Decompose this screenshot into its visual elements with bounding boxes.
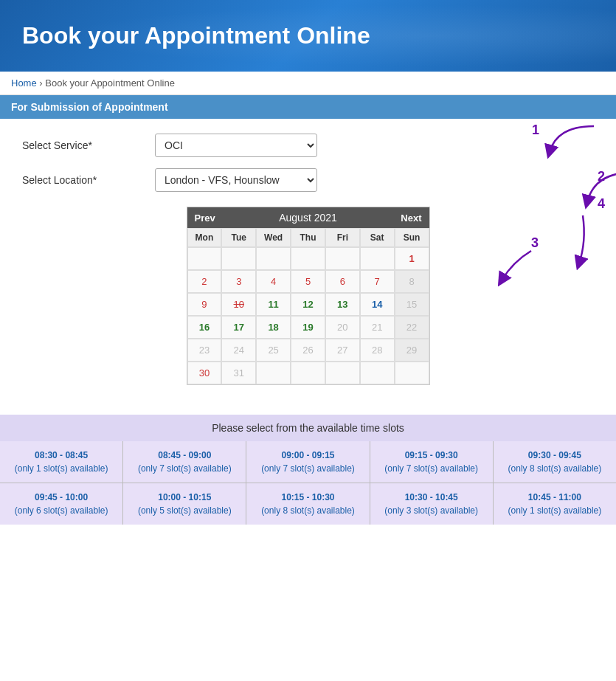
cal-day-31: 31 (221, 362, 256, 384)
breadcrumb-current: Book your Appointment Online (45, 77, 175, 89)
cal-day-20: 20 (325, 316, 360, 339)
cal-cell-empty (395, 362, 429, 384)
timeslot-cell-8[interactable]: 10:30 - 10:45(only 3 slot(s) available) (370, 483, 493, 525)
timeslot-grid: 08:30 - 08:45(only 1 slot(s) available)0… (0, 441, 616, 525)
service-row: Select Service* OCI Passport Visa (22, 134, 594, 157)
page-header: Book your Appointment Online (0, 0, 616, 72)
svg-text:3: 3 (531, 236, 539, 250)
section-header: For Submission of Appointment (0, 95, 616, 119)
timeslot-cell-4[interactable]: 09:30 - 09:45(only 8 slot(s) available) (494, 441, 616, 483)
calendar-week-4: 16 17 18 19 20 21 22 (187, 316, 429, 339)
calendar-week-2: 2 3 4 5 6 7 8 (187, 270, 429, 293)
timeslot-cell-6[interactable]: 10:00 - 10:15(only 5 slot(s) available) (123, 483, 246, 525)
location-row: Select Location* London - VFS, Hounslow … (22, 168, 594, 192)
arrow-1-icon (542, 122, 601, 159)
cal-day-15: 15 (395, 293, 429, 316)
calendar-next-button[interactable]: Next (401, 212, 421, 224)
cal-header-thu: Thu (291, 228, 325, 247)
annotation-1: 1 (532, 122, 601, 159)
cal-cell-empty (291, 362, 325, 384)
breadcrumb: Home › Book your Appointment Online (0, 72, 616, 95)
cal-day-6: 6 (325, 270, 360, 293)
cal-day-25: 25 (256, 339, 291, 362)
service-select[interactable]: OCI Passport Visa (155, 134, 317, 157)
arrow-4-icon (561, 212, 605, 271)
cal-cell-empty (325, 247, 360, 270)
cal-cell-empty (360, 362, 395, 384)
timeslot-cell-3[interactable]: 09:15 - 09:30(only 7 slot(s) available) (370, 441, 493, 483)
timeslot-cell-1[interactable]: 08:45 - 09:00(only 7 slot(s) available) (123, 441, 246, 483)
cal-day-24: 24 (221, 339, 256, 362)
breadcrumb-separator: › (39, 77, 42, 89)
cal-header-sun: Sun (395, 228, 429, 247)
timeslot-section: Please select from the available time sl… (0, 415, 616, 525)
cal-day-4: 4 (256, 270, 291, 293)
calendar-prev-button[interactable]: Prev (195, 212, 215, 224)
cal-day-9: 9 (187, 293, 222, 316)
timeslot-cell-0[interactable]: 08:30 - 08:45(only 1 slot(s) available) (0, 441, 122, 483)
calendar-header-row: Mon Tue Wed Thu Fri Sat Sun (187, 228, 429, 247)
timeslot-cell-2[interactable]: 09:00 - 09:15(only 7 slot(s) available) (246, 441, 369, 483)
annotation-3: 3 (491, 236, 557, 290)
cal-day-19[interactable]: 19 (291, 316, 325, 339)
calendar-week-5: 23 24 25 26 27 28 29 (187, 339, 429, 362)
cal-cell-empty (325, 362, 360, 384)
cal-header-mon: Mon (187, 228, 222, 247)
cal-header-sat: Sat (360, 228, 395, 247)
cal-day-13[interactable]: 13 (325, 293, 360, 316)
main-content: 1 2 Select Service* OCI Passport (0, 119, 616, 407)
calendar-week-1: 1 (187, 247, 429, 270)
location-select[interactable]: London - VFS, Hounslow Birmingham Manche… (155, 168, 317, 192)
service-label: Select Service* (22, 139, 155, 151)
cal-cell-empty (256, 362, 291, 384)
cal-day-22: 22 (395, 316, 429, 339)
timeslot-cell-5[interactable]: 09:45 - 10:00(only 6 slot(s) available) (0, 483, 122, 525)
cal-cell-empty (221, 247, 256, 270)
timeslot-cell-7[interactable]: 10:15 - 10:30(only 8 slot(s) available) (246, 483, 369, 525)
cal-day-10: 10 (221, 293, 256, 316)
calendar-wrapper: 3 Prev August 2021 Next Mon Tue Wed Thu … (22, 207, 594, 385)
page-title: Book your Appointment Online (22, 22, 601, 49)
cal-day-12[interactable]: 12 (291, 293, 325, 316)
cal-day-29: 29 (395, 339, 429, 362)
cal-day-16[interactable]: 16 (187, 316, 222, 339)
location-label: Select Location* (22, 174, 155, 186)
cal-day-17[interactable]: 17 (221, 316, 256, 339)
cal-header-wed: Wed (256, 228, 291, 247)
calendar-week-6: 30 31 (187, 362, 429, 384)
cal-cell-empty (360, 247, 395, 270)
cal-day-28: 28 (360, 339, 395, 362)
cal-day-18[interactable]: 18 (256, 316, 291, 339)
breadcrumb-home[interactable]: Home (11, 77, 37, 89)
cal-cell-empty (187, 247, 222, 270)
calendar-nav: Prev August 2021 Next (187, 207, 429, 228)
arrow-3-icon: 3 (491, 236, 557, 288)
cal-day-2: 2 (187, 270, 222, 293)
cal-day-30: 30 (187, 362, 222, 384)
calendar-week-3: 9 10 11 12 13 14 15 (187, 293, 429, 316)
timeslot-header: Please select from the available time sl… (0, 415, 616, 441)
cal-day-11[interactable]: 11 (256, 293, 291, 316)
cal-day-14[interactable]: 14 (360, 293, 395, 316)
cal-day-1[interactable]: 1 (395, 247, 429, 270)
cal-day-7: 7 (360, 270, 395, 293)
cal-day-5: 5 (291, 270, 325, 293)
cal-header-tue: Tue (221, 228, 256, 247)
cal-day-23: 23 (187, 339, 222, 362)
cal-day-27: 27 (325, 339, 360, 362)
cal-day-21: 21 (360, 316, 395, 339)
annotation-4: 4 (561, 196, 605, 271)
calendar-month: August 2021 (279, 212, 337, 224)
calendar: Prev August 2021 Next Mon Tue Wed Thu Fr… (187, 207, 430, 385)
cal-cell-empty (291, 247, 325, 270)
cal-cell-empty (256, 247, 291, 270)
cal-day-26: 26 (291, 339, 325, 362)
cal-day-8: 8 (395, 270, 429, 293)
timeslot-cell-9[interactable]: 10:45 - 11:00(only 1 slot(s) available) (494, 483, 616, 525)
cal-header-fri: Fri (325, 228, 360, 247)
cal-day-3: 3 (221, 270, 256, 293)
